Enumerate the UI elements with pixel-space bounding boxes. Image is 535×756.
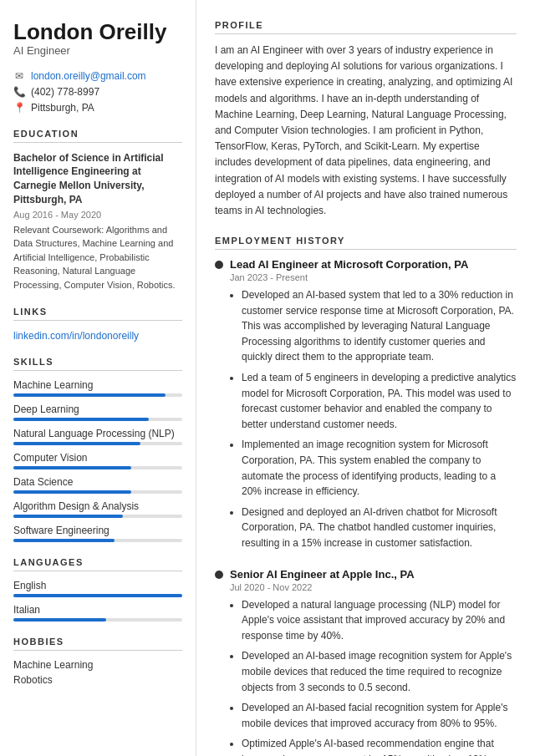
linkedin-link-item: linkedin.com/in/londonoreilly [13, 329, 182, 342]
edu-dates: Aug 2016 - May 2020 [13, 210, 182, 220]
skill-item: Deep Learning [13, 403, 182, 421]
contact-section: ✉ london.oreilly@gmail.com 📞 (402) 778-8… [13, 70, 182, 114]
links-section-title: Links [13, 307, 182, 321]
job-bullet: Optimized Apple's AI-based recommendatio… [242, 736, 517, 756]
skill-item: Data Science [13, 476, 182, 494]
skill-bar-bg [13, 490, 182, 494]
contact-email: ✉ london.oreilly@gmail.com [13, 70, 182, 82]
job-bullet: Implemented an image recognition system … [242, 437, 517, 499]
job-dates: Jul 2020 - Nov 2022 [230, 582, 517, 592]
job-bullet: Developed a natural language processing … [242, 597, 517, 644]
skill-bar-fill [13, 490, 131, 494]
language-bar-fill [13, 618, 106, 622]
skill-label: Software Engineering [13, 525, 182, 536]
language-item: Italian [13, 604, 182, 622]
education-section-title: Education [13, 129, 182, 143]
phone-text: (402) 778-8997 [31, 86, 99, 98]
language-label: English [13, 580, 182, 591]
skills-section-title: Skills [13, 357, 182, 371]
edu-degree: Bachelor of Science in Artificial Intell… [13, 151, 182, 207]
skill-bar-fill [13, 442, 140, 445]
job-title: Senior AI Engineer at Apple Inc., PA [230, 568, 415, 581]
hobbies-list: Machine LearningRobotics [13, 659, 182, 686]
skill-label: Machine Learning [13, 379, 182, 391]
job-header: Senior AI Engineer at Apple Inc., PA [215, 568, 517, 581]
job-bullet: Led a team of 5 engineers in developing … [242, 370, 517, 432]
job-dot [215, 571, 223, 579]
location-icon: 📍 [13, 102, 25, 114]
resume-container: London Oreilly AI Engineer ✉ london.orei… [0, 0, 535, 756]
employment-section-title: Employment History [215, 236, 517, 250]
skill-item: Software Engineering [13, 525, 182, 542]
hobbies-section-title: Hobbies [13, 637, 182, 651]
job-title: Lead AI Engineer at Microsoft Corporatio… [230, 258, 468, 271]
coursework-label: Relevant Coursework: [13, 225, 104, 235]
job-dot [215, 261, 223, 269]
email-link[interactable]: london.oreilly@gmail.com [31, 70, 146, 82]
language-bar-bg [13, 618, 182, 622]
job-bullet: Designed and deployed an AI-driven chatb… [242, 505, 517, 551]
linkedin-link[interactable]: linkedin.com/in/londonoreilly [13, 330, 139, 342]
skill-label: Computer Vision [13, 452, 182, 464]
skill-bar-bg [13, 393, 182, 397]
candidate-title: AI Engineer [13, 44, 182, 57]
job-bullet: Developed an AI-based system that led to… [242, 287, 517, 365]
language-label: Italian [13, 604, 182, 616]
skill-item: Machine Learning [13, 379, 182, 397]
skill-label: Algorithm Design & Analysis [13, 500, 182, 512]
skill-bar-bg [13, 466, 182, 469]
job-bullet: Developed an AI-based facial recognition… [242, 700, 517, 731]
email-icon: ✉ [13, 70, 25, 82]
hobby-item: Machine Learning [13, 659, 182, 671]
job-header: Lead AI Engineer at Microsoft Corporatio… [215, 258, 517, 271]
skill-label: Data Science [13, 476, 182, 488]
skill-item: Natural Language Processing (NLP) [13, 428, 182, 445]
employment-list: Lead AI Engineer at Microsoft Corporatio… [215, 258, 517, 756]
sidebar: London Oreilly AI Engineer ✉ london.orei… [0, 0, 196, 756]
phone-icon: 📞 [13, 86, 25, 98]
job-bullet: Developed an AI-based image recognition … [242, 648, 517, 695]
skill-item: Computer Vision [13, 452, 182, 469]
language-bar-bg [13, 594, 182, 597]
skill-bar-bg [13, 515, 182, 518]
skill-bar-fill [13, 418, 149, 421]
profile-text: I am an AI Engineer with over 3 years of… [215, 43, 517, 219]
job-bullets: Developed an AI-based system that led to… [230, 287, 517, 551]
contact-location: 📍 Pittsburgh, PA [13, 102, 182, 114]
languages-list: English Italian [13, 580, 182, 622]
skill-bar-fill [13, 539, 115, 542]
employment-item: Senior AI Engineer at Apple Inc., PAJul … [215, 568, 517, 756]
profile-section-title: Profile [215, 20, 517, 34]
language-item: English [13, 580, 182, 597]
hobby-item: Robotics [13, 674, 182, 686]
languages-section-title: Languages [13, 557, 182, 571]
main-content: Profile I am an AI Engineer with over 3 … [196, 0, 535, 756]
skill-bar-bg [13, 418, 182, 421]
skill-bar-fill [13, 393, 166, 397]
language-bar-fill [13, 594, 182, 597]
employment-item: Lead AI Engineer at Microsoft Corporatio… [215, 258, 517, 551]
skills-list: Machine Learning Deep Learning Natural L… [13, 379, 182, 542]
job-dates: Jan 2023 - Present [230, 272, 517, 282]
skill-bar-fill [13, 515, 123, 518]
skill-bar-bg [13, 539, 182, 542]
skill-item: Algorithm Design & Analysis [13, 500, 182, 518]
skill-label: Natural Language Processing (NLP) [13, 428, 182, 439]
skill-label: Deep Learning [13, 403, 182, 415]
job-bullets: Developed a natural language processing … [230, 597, 517, 756]
skill-bar-fill [13, 466, 131, 469]
contact-phone: 📞 (402) 778-8997 [13, 86, 182, 98]
edu-coursework: Relevant Coursework: Algorithms and Data… [13, 223, 182, 292]
location-text: Pittsburgh, PA [31, 102, 94, 114]
candidate-name: London Oreilly [13, 20, 182, 44]
skill-bar-bg [13, 442, 182, 445]
